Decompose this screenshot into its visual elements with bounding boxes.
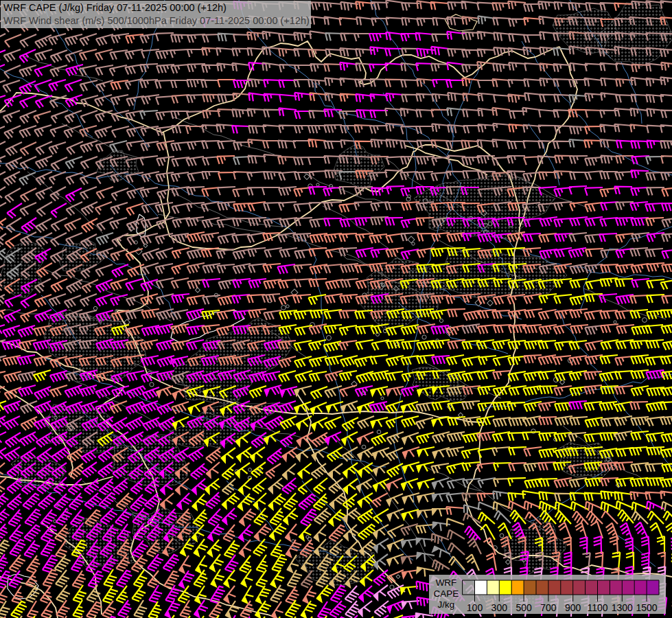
svg-text:100: 100 bbox=[467, 602, 483, 613]
svg-text:300: 300 bbox=[491, 602, 508, 613]
svg-text:700: 700 bbox=[540, 602, 557, 613]
svg-text:WRF: WRF bbox=[436, 577, 457, 588]
svg-text:500: 500 bbox=[515, 602, 532, 613]
svg-text:1300: 1300 bbox=[612, 602, 633, 613]
svg-text:1100: 1100 bbox=[587, 602, 607, 613]
svg-text:WRF CAPE (J/kg) Friday 07-11-2: WRF CAPE (J/kg) Friday 07-11-2025 00:00 … bbox=[3, 2, 227, 13]
svg-text:1500: 1500 bbox=[636, 602, 658, 613]
svg-text:WRF Wind shear (m/s) 500/1000h: WRF Wind shear (m/s) 500/1000hPa Friday … bbox=[3, 15, 310, 26]
svg-text:CAPE: CAPE bbox=[434, 588, 459, 599]
svg-text:J/kg: J/kg bbox=[438, 599, 455, 610]
svg-text:900: 900 bbox=[565, 602, 581, 613]
